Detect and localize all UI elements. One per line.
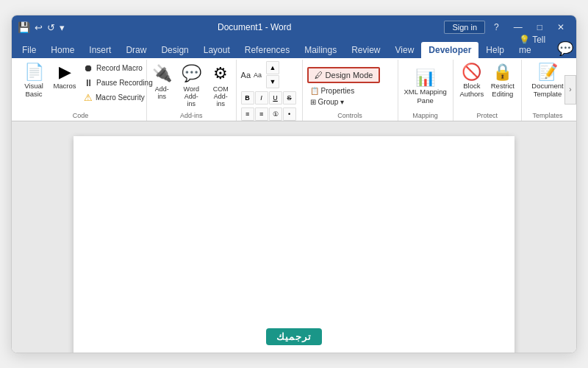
visual-basic-label: VisualBasic <box>24 82 43 99</box>
ribbon-tabs: File Home Insert Draw Design Layout Refe… <box>12 39 576 58</box>
font-decrease-button[interactable]: ▼ <box>266 75 279 88</box>
format-group: Aa Aa ▲ ▼ B I U S ≡ ≡ ① • <box>237 60 303 121</box>
tab-references[interactable]: References <box>237 42 297 58</box>
ribbon-content: 📄 VisualBasic ▶ Macros ⏺ Record Macro ⏸ <box>12 58 576 121</box>
properties-icon: 📋 <box>310 87 319 95</box>
add-ins-group-items: 🔌 Add-ins 💬 WordAdd-ins ⚙ COMAdd-ins <box>151 61 232 110</box>
font-size-large: Aa <box>241 71 251 79</box>
macro-security-label: Macro Security <box>96 93 145 102</box>
com-add-ins-label: COMAdd-ins <box>210 85 231 107</box>
properties-label: Properties <box>321 87 355 95</box>
tab-help[interactable]: Help <box>478 42 512 58</box>
warning-icon: ⚠ <box>84 92 93 103</box>
protect-group-label: Protect <box>477 112 498 119</box>
tab-draw[interactable]: Draw <box>118 42 154 58</box>
macros-label: Macros <box>53 82 76 90</box>
tab-view[interactable]: View <box>388 42 422 58</box>
code-small-buttons: ⏺ Record Macro ⏸ Pause Recording ⚠ Macro… <box>81 61 156 105</box>
tab-file[interactable]: File <box>15 42 43 58</box>
visual-basic-icon: 📄 <box>24 64 44 80</box>
pause-recording-label: Pause Recording <box>96 79 153 87</box>
save-icon[interactable]: 💾 <box>18 21 30 33</box>
add-ins-group: 🔌 Add-ins 💬 WordAdd-ins ⚙ COMAdd-ins Add… <box>147 60 237 121</box>
xml-mapping-label: XML MappingPane <box>404 88 446 105</box>
design-mode-label: Design Mode <box>326 71 373 79</box>
xml-mapping-icon: 📊 <box>415 70 435 86</box>
tab-layout[interactable]: Layout <box>196 42 237 58</box>
bullets-button[interactable]: • <box>283 107 296 121</box>
controls-group: 🖊 Design Mode 📋 Properties ⊞ Group ▾ Con… <box>303 60 398 121</box>
document-template-icon: 📝 <box>538 64 558 80</box>
ribbon-scroll-right[interactable]: › <box>564 75 576 105</box>
redo-button[interactable]: ↺ <box>47 22 55 33</box>
strikethrough-button[interactable]: S <box>283 91 296 105</box>
bold-button[interactable]: B <box>241 91 254 105</box>
document-template-button[interactable]: 📝 DocumentTemplate <box>527 61 567 102</box>
tab-mailings[interactable]: Mailings <box>297 42 344 58</box>
underline-button[interactable]: U <box>269 91 282 105</box>
title-bar: 💾 ↩ ↺ ▾ Document1 - Word Sign in ? — □ ✕ <box>12 15 576 39</box>
word-add-ins-button[interactable]: 💬 WordAdd-ins <box>177 61 205 110</box>
quick-access-dropdown[interactable]: ▾ <box>60 22 65 33</box>
add-ins-icon: 🔌 <box>152 64 172 83</box>
tab-insert[interactable]: Insert <box>82 42 118 58</box>
format-row-3: ≡ ≡ ① • <box>241 107 296 121</box>
align-left-button[interactable]: ≡ <box>241 107 254 121</box>
group-icon: ⊞ <box>310 98 316 106</box>
help-icon[interactable]: ? <box>488 21 505 34</box>
group-label-text: Group ▾ <box>318 98 345 106</box>
format-row-1: Aa Aa ▲ ▼ <box>241 61 279 88</box>
format-group-items: Aa Aa ▲ ▼ B I U S ≡ ≡ ① • <box>241 61 298 121</box>
restrict-editing-label: RestrictEditing <box>491 82 514 99</box>
title-bar-left: 💾 ↩ ↺ ▾ <box>18 21 65 33</box>
protect-group-items: 🚫 BlockAuthors 🔒 RestrictEditing <box>458 61 517 110</box>
macros-icon: ▶ <box>59 64 71 80</box>
com-add-ins-button[interactable]: ⚙ COMAdd-ins <box>207 61 234 110</box>
record-macro-button[interactable]: ⏺ Record Macro <box>81 61 156 75</box>
code-group-items: 📄 VisualBasic ▶ Macros ⏺ Record Macro ⏸ <box>19 61 142 110</box>
add-ins-group-label: Add-ins <box>180 112 203 119</box>
controls-group-label: Controls <box>337 112 362 119</box>
mapping-group: 📊 XML MappingPane Mapping <box>398 60 453 121</box>
window-title: Document1 - Word <box>65 22 444 32</box>
sign-in-button[interactable]: Sign in <box>444 21 485 34</box>
undo-button[interactable]: ↩ <box>35 22 43 33</box>
tab-design[interactable]: Design <box>154 42 196 58</box>
mapping-group-label: Mapping <box>412 112 438 119</box>
design-mode-icon: 🖊 <box>315 71 323 79</box>
record-icon: ⏺ <box>84 63 93 74</box>
add-ins-label: Add-ins <box>155 85 169 100</box>
visual-basic-button[interactable]: 📄 VisualBasic <box>19 61 49 102</box>
tab-home[interactable]: Home <box>43 42 82 58</box>
add-ins-button[interactable]: 🔌 Add-ins <box>148 61 176 103</box>
design-mode-button[interactable]: 🖊 Design Mode <box>307 67 381 83</box>
macro-security-button[interactable]: ⚠ Macro Security <box>81 91 156 105</box>
templates-group-label: Templates <box>533 112 563 119</box>
font-increase-button[interactable]: ▲ <box>266 61 279 74</box>
tab-developer[interactable]: Developer <box>421 42 478 58</box>
group-button[interactable]: ⊞ Group ▾ <box>307 97 348 107</box>
tab-review[interactable]: Review <box>344 42 387 58</box>
lightbulb-icon: 💡 <box>519 35 530 45</box>
italic-button[interactable]: I <box>255 91 268 105</box>
comments-icon[interactable]: 💬 <box>557 40 573 57</box>
record-macro-label: Record Macro <box>96 64 143 72</box>
document-template-label: DocumentTemplate <box>531 82 563 99</box>
properties-button[interactable]: 📋 Properties <box>307 86 358 96</box>
document-page <box>74 136 514 353</box>
numbering-button[interactable]: ① <box>269 107 282 121</box>
code-group: 📄 VisualBasic ▶ Macros ⏺ Record Macro ⏸ <box>15 60 147 121</box>
templates-group-items: 📝 DocumentTemplate <box>526 61 569 110</box>
restrict-editing-button[interactable]: 🔒 RestrictEditing <box>488 61 517 102</box>
macros-button[interactable]: ▶ Macros <box>50 61 79 93</box>
word-add-ins-label: WordAdd-ins <box>181 85 201 107</box>
controls-group-items: 🖊 Design Mode 📋 Properties ⊞ Group ▾ <box>307 61 393 110</box>
xml-mapping-button[interactable]: 📊 XML MappingPane <box>399 67 451 107</box>
pause-recording-button[interactable]: ⏸ Pause Recording <box>81 76 156 90</box>
align-center-button[interactable]: ≡ <box>255 107 268 121</box>
format-row-2: B I U S <box>241 91 296 105</box>
block-authors-button[interactable]: 🚫 BlockAuthors <box>457 61 487 102</box>
tab-tellme[interactable]: 💡 Tell me <box>512 32 557 58</box>
block-icon: 🚫 <box>462 64 481 80</box>
word-window: 💾 ↩ ↺ ▾ Document1 - Word Sign in ? — □ ✕… <box>11 15 577 353</box>
